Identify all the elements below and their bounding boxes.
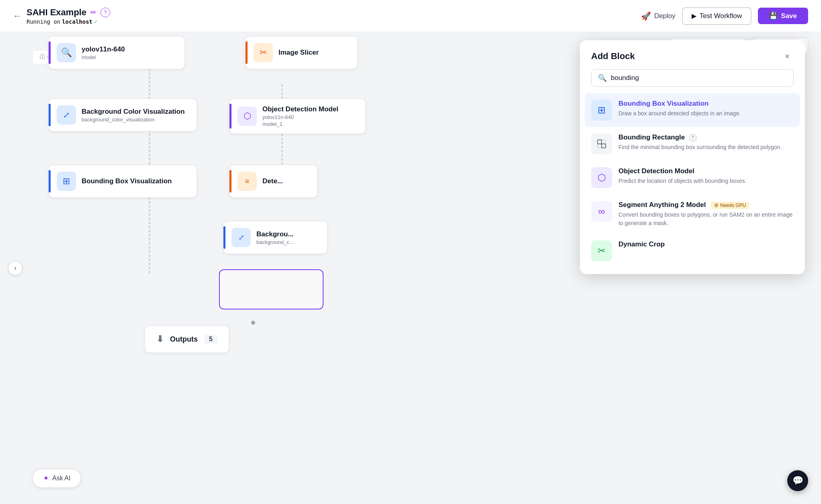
- header-right: 🚀 Deploy ▶ Test Workflow 💾 Save: [641, 7, 808, 25]
- result-bounding-rectangle[interactable]: Bounding Rectangle ? Find the minimal bo…: [585, 127, 800, 161]
- result-content: Bounding Box Visualization Draw a box ar…: [618, 100, 741, 118]
- node-content: Background Color Visualization backgroun…: [82, 108, 185, 123]
- node-bar: [229, 170, 231, 193]
- ask-ai-button[interactable]: ✦ Ask AI: [32, 469, 81, 488]
- result-content: Object Detection Model Predict the locat…: [618, 167, 746, 185]
- search-box: 🔍: [591, 69, 794, 87]
- svg-rect-2: [598, 144, 602, 148]
- result-name: Segment Anything 2 Model ⚙ Needs GPU: [618, 201, 794, 209]
- node-bar: [223, 226, 225, 249]
- node-content: Image Slicer: [278, 49, 319, 57]
- result-desc: Convert bounding boxes to polygons, or r…: [618, 211, 794, 227]
- node-yolov11[interactable]: 🔍 yolov11n-640 model: [48, 36, 185, 69]
- header-help-icon[interactable]: ?: [100, 8, 110, 17]
- chat-icon: 💬: [792, 475, 803, 486]
- node-bar: [49, 170, 51, 193]
- result-icon: ✂: [591, 240, 612, 261]
- save-icon: 💾: [769, 12, 778, 20]
- search-input[interactable]: [611, 74, 787, 82]
- result-desc: Draw a box around detected objects in an…: [618, 109, 741, 118]
- sidebar-expand-button[interactable]: ›: [8, 261, 23, 275]
- node-icon: ⬡: [237, 107, 257, 126]
- workflow-canvas: ⓘ ⓘ You have unsaved changes. 🔍 yolov11n…: [0, 32, 821, 504]
- result-content: Dynamic Crop: [618, 240, 665, 250]
- svg-rect-0: [598, 140, 602, 144]
- node-image-slicer[interactable]: ✂ Image Slicer: [245, 36, 358, 69]
- app-title-group: SAHI Example ✏ ? Running on localhost ✓: [27, 7, 110, 25]
- result-content: Segment Anything 2 Model ⚙ Needs GPU Con…: [618, 201, 794, 227]
- result-icon: ⬡: [591, 167, 612, 188]
- node-object-detection[interactable]: ⬡ Object Detection Model yolov11n-640 mo…: [229, 98, 366, 134]
- search-results: ⊞ Bounding Box Visualization Draw a box …: [580, 93, 805, 268]
- play-icon: ▶: [692, 12, 696, 20]
- node-icon: ⤢: [231, 228, 251, 247]
- app-title: SAHI Example: [27, 7, 86, 18]
- node-bounding-box-viz[interactable]: ⊞ Bounding Box Visualization: [48, 165, 197, 198]
- header-left: ← SAHI Example ✏ ? Running on localhost …: [13, 7, 110, 25]
- bounding-rect-svg: [596, 139, 607, 149]
- result-segment-anything[interactable]: ∞ Segment Anything 2 Model ⚙ Needs GPU C…: [585, 195, 800, 234]
- result-icon: ⊞: [591, 100, 612, 121]
- help-circle-icon[interactable]: ?: [689, 134, 696, 141]
- result-desc: Find the minimal bounding box surroundin…: [618, 143, 782, 152]
- test-workflow-button[interactable]: ▶ Test Workflow: [682, 7, 752, 25]
- node-bar: [229, 104, 231, 129]
- save-button[interactable]: 💾 Save: [758, 8, 808, 24]
- gpu-badge: ⚙ Needs GPU: [711, 202, 749, 209]
- node-content: yolov11n-640 model: [82, 45, 125, 60]
- chat-bubble-button[interactable]: 💬: [787, 470, 808, 491]
- result-desc: Predict the location of objects with bou…: [618, 177, 746, 185]
- outputs-icon: ⬇: [156, 334, 164, 344]
- info-icon: ⓘ: [40, 53, 45, 61]
- result-name: Bounding Box Visualization: [618, 100, 741, 108]
- search-icon: 🔍: [598, 74, 607, 82]
- node-content: Dete...: [262, 177, 283, 185]
- edit-icon[interactable]: ✏: [90, 8, 96, 17]
- node-bar: [246, 41, 248, 64]
- back-button[interactable]: ←: [13, 11, 22, 21]
- result-object-detection[interactable]: ⬡ Object Detection Model Predict the loc…: [585, 161, 800, 195]
- panel-title: Add Block: [591, 51, 635, 61]
- node-content: Object Detection Model yolov11n-640 mode…: [262, 105, 338, 127]
- deploy-button[interactable]: 🚀 Deploy: [641, 11, 676, 21]
- panel-header: Add Block ×: [580, 40, 805, 69]
- result-content: Bounding Rectangle ? Find the minimal bo…: [618, 133, 782, 152]
- result-name: Bounding Rectangle ?: [618, 133, 782, 141]
- node-bg-color-viz[interactable]: ⤢ Background Color Visualization backgro…: [48, 98, 197, 131]
- rocket-icon: 🚀: [641, 11, 651, 21]
- outputs-count: 5: [204, 335, 217, 344]
- chevron-right-icon: ›: [14, 264, 16, 272]
- connector-line-2: [149, 193, 150, 273]
- node-bar: [49, 104, 51, 126]
- app-header: ← SAHI Example ✏ ? Running on localhost …: [0, 0, 821, 32]
- node-icon: ⊞: [57, 172, 76, 191]
- panel-close-button[interactable]: ×: [781, 50, 794, 63]
- outputs-box[interactable]: ⬇ Outputs 5: [145, 326, 229, 353]
- node-icon: ✂: [254, 43, 273, 62]
- result-icon: ∞: [591, 201, 612, 222]
- node-icon: 🔍: [57, 43, 76, 62]
- search-row: 🔍: [580, 69, 805, 93]
- result-dynamic-crop[interactable]: ✂ Dynamic Crop: [585, 234, 800, 268]
- node-background-partial[interactable]: ⤢ Backgrou... background_c...: [223, 221, 328, 254]
- node-icon: ≡: [237, 172, 257, 191]
- add-block-panel: Add Block × 🔍 ⊞ Bounding Box Visualizati…: [580, 40, 805, 274]
- sparkle-icon: ✦: [43, 474, 49, 483]
- node-content: Bounding Box Visualization: [82, 177, 172, 185]
- connector-dot: [251, 321, 255, 325]
- running-info: Running on localhost ✓: [27, 18, 110, 25]
- node-bar: [49, 41, 51, 64]
- node-dete-partial[interactable]: ≡ Dete...: [229, 165, 317, 198]
- svg-rect-3: [602, 140, 606, 144]
- result-bounding-box-viz[interactable]: ⊞ Bounding Box Visualization Draw a box …: [585, 93, 800, 127]
- result-name: Object Detection Model: [618, 167, 746, 175]
- svg-rect-1: [602, 144, 606, 148]
- node-content: Backgrou... background_c...: [256, 230, 294, 245]
- result-icon: [591, 133, 612, 154]
- node-selected-partial[interactable]: [219, 269, 323, 309]
- node-icon: ⤢: [57, 105, 76, 125]
- result-name: Dynamic Crop: [618, 240, 665, 248]
